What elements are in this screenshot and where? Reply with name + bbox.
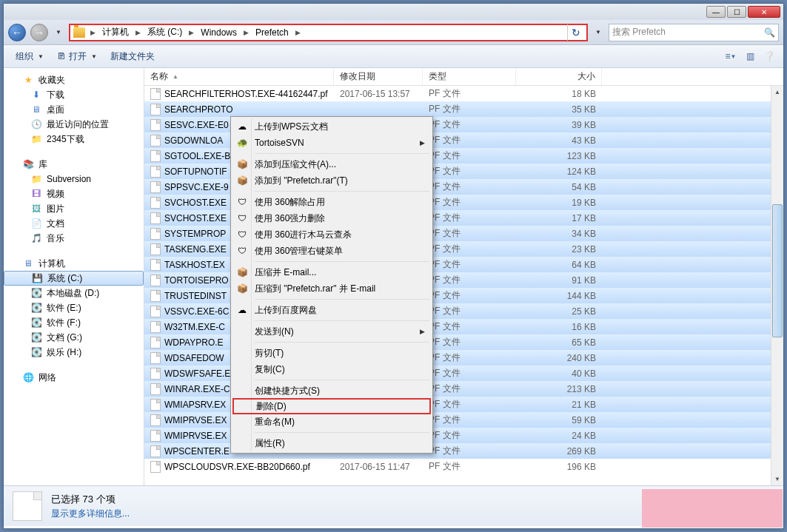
sidebar-drive-g[interactable]: 💽文档 (G:) [4,330,144,345]
context-menu-item[interactable]: 🛡使用 360管理右键菜单 [232,243,431,259]
context-menu-item[interactable]: ☁上传到百度网盘 [232,302,431,318]
file-size: 123 KB [516,151,602,161]
sidebar-2345-downloads[interactable]: 📁2345下载 [4,132,144,147]
sidebar-music[interactable]: 🎵音乐 [4,231,144,246]
context-menu-item[interactable]: 属性(R) [232,435,431,451]
file-size: 25 KB [516,306,602,317]
folder-icon [73,27,85,38]
context-menu-item[interactable]: 📦压缩到 "Prefetch.rar" 并 E-mail [232,280,431,297]
file-row[interactable]: SEARCHPROTOPF 文件35 KB [144,101,783,117]
organize-button[interactable]: 组织▼ [10,48,50,65]
sidebar-downloads[interactable]: ⬇下载 [4,87,144,102]
context-menu-item[interactable]: 📦压缩并 E-mail... [232,264,431,280]
menu-item-icon: ☁ [235,303,249,317]
context-menu-item[interactable]: ☁上传到WPS云文档 [232,118,431,135]
sidebar-libraries-header[interactable]: 📚库 [4,157,144,172]
file-size: 17 KB [516,213,602,223]
file-size: 34 KB [516,229,602,239]
search-icon[interactable]: 🔍 [764,27,775,38]
scroll-thumb[interactable] [772,204,783,337]
chevron-right-icon[interactable]: ▶ [240,29,252,36]
sidebar-recent[interactable]: 🕓最近访问的位置 [4,117,144,132]
file-icon [150,135,161,147]
vertical-scrollbar[interactable]: ▲ ▼ [771,86,783,485]
sidebar-documents[interactable]: 📄文档 [4,216,144,231]
maximize-button[interactable]: ☐ [727,6,746,18]
column-type[interactable]: 类型 [423,68,516,85]
context-menu-item[interactable]: 📦添加到 "Prefetch.rar"(T) [232,172,431,189]
sidebar-subversion[interactable]: 📁Subversion [4,172,144,186]
sidebar-drive-d[interactable]: 💽本地磁盘 (D:) [4,286,144,300]
context-menu-item[interactable]: 删除(D) [232,398,431,414]
forward-button[interactable]: → [30,24,48,41]
chevron-right-icon[interactable]: ▶ [132,29,144,36]
context-menu-item[interactable]: 创建快捷方式(S) [232,383,431,399]
context-menu-item[interactable]: 🛡使用 360解除占用 [232,194,431,210]
sidebar-videos[interactable]: 🎞视频 [4,186,144,201]
file-row[interactable]: SEARCHFILTERHOST.EXE-44162447.pf2017-06-… [144,86,783,101]
sidebar-favorites-header[interactable]: ★收藏夹 [4,73,144,87]
submenu-arrow-icon: ▶ [420,328,425,335]
help-button[interactable]: ❔ [761,48,777,64]
chevron-right-icon[interactable]: ▶ [292,29,304,36]
close-button[interactable]: ✕ [748,6,780,18]
minimize-button[interactable]: — [706,6,726,18]
status-more-details-link[interactable]: 显示更多详细信息... [51,508,130,520]
file-type: PF 文件 [423,165,516,178]
preview-pane-button[interactable]: ▥ [742,48,758,64]
file-size: 40 KB [516,368,602,379]
scroll-down-button[interactable]: ▼ [771,473,783,485]
file-size: 144 KB [516,291,602,301]
search-input[interactable]: 搜索 Prefetch 🔍 [609,24,779,41]
sidebar-drive-c[interactable]: 💾系统 (C:) [4,271,144,286]
context-menu-item[interactable]: 发送到(N)▶ [232,323,431,340]
context-menu-item[interactable]: 🛡使用 360进行木马云查杀 [232,226,431,243]
scroll-up-button[interactable]: ▲ [771,86,783,98]
column-date[interactable]: 修改日期 [334,68,423,85]
file-size: 18 KB [516,89,602,99]
new-folder-button[interactable]: 新建文件夹 [104,48,161,65]
sidebar-drive-f[interactable]: 💽软件 (F:) [4,315,144,330]
view-options-button[interactable]: ≡ ▼ [723,48,739,64]
menu-item-label: 上传到WPS云文档 [255,121,328,133]
crumb-computer[interactable]: 计算机 [101,25,130,40]
context-menu-item[interactable]: 🐢TortoiseSVN▶ [232,135,431,151]
file-name: SGDOWNLOA [164,135,223,146]
open-button[interactable]: 🖹打开▼ [51,48,103,65]
crumb-drive-c[interactable]: 系统 (C:) [146,25,184,40]
sidebar-computer-header[interactable]: 🖥计算机 [4,256,144,271]
sidebar-drive-h[interactable]: 💽娱乐 (H:) [4,345,144,360]
context-menu-item[interactable]: 剪切(T) [232,345,431,361]
context-menu-item[interactable]: 重命名(M) [232,414,431,430]
breadcrumb-path[interactable]: ▶ 计算机 ▶ 系统 (C:) ▶ Windows ▶ Prefetch ▶ ↻ [69,24,588,41]
file-icon [150,228,161,240]
menu-item-icon: 🛡 [235,228,249,241]
menu-item-label: 上传到百度网盘 [255,304,317,317]
crumb-prefetch[interactable]: Prefetch [254,25,290,40]
context-menu-item[interactable]: 复制(C) [232,361,431,377]
context-menu-item[interactable]: 📦添加到压缩文件(A)... [232,156,431,172]
file-row[interactable]: WPSCLOUDSVR.EXE-BB20D660.pf2017-06-15 11… [144,459,783,474]
column-size[interactable]: 大小 [516,68,602,85]
menu-item-label: 使用 360解除占用 [255,196,325,209]
history-dropdown[interactable]: ▼ [53,25,64,40]
file-type: PF 文件 [423,445,516,457]
crumb-windows[interactable]: Windows [199,25,238,40]
chevron-right-icon[interactable]: ▶ [87,29,99,36]
context-menu-item[interactable]: 🛡使用 360强力删除 [232,210,431,226]
file-icon [150,461,161,473]
sidebar-network-header[interactable]: 🌐网络 [4,370,144,385]
file-icon [150,275,161,286]
refresh-button[interactable]: ↻ [567,24,583,41]
sidebar-desktop[interactable]: 🖥桌面 [4,102,144,117]
file-size: 16 KB [516,322,602,332]
path-dropdown[interactable]: ▼ [592,25,604,40]
chevron-right-icon[interactable]: ▶ [185,29,198,36]
sidebar-drive-e[interactable]: 💽软件 (E:) [4,300,144,315]
column-headers: 名称▲ 修改日期 类型 大小 [144,68,783,86]
back-button[interactable]: ← [8,24,26,41]
menu-item-icon: 🛡 [235,195,249,209]
menu-separator [255,432,429,433]
sidebar-pictures[interactable]: 🖼图片 [4,201,144,216]
column-name[interactable]: 名称▲ [144,68,334,85]
